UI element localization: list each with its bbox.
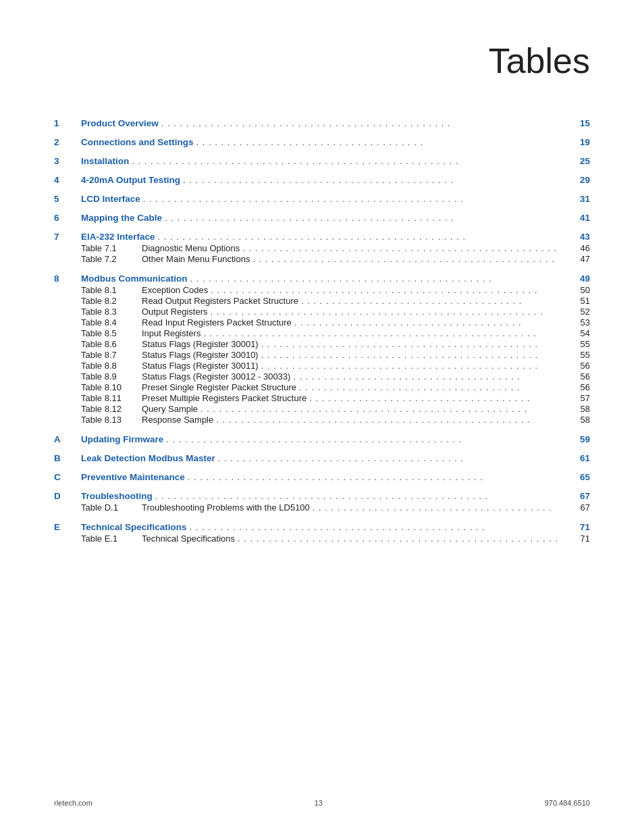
toc-entry-page: 61 (570, 453, 590, 463)
toc-entry-content: Connections and Settings . . . . . . . .… (81, 134, 590, 151)
toc-entry-title: 4-20mA Output Testing (81, 175, 180, 185)
toc-sub-label: Table 8.9 (81, 371, 142, 382)
toc-dots: . . . . . . . . . . . . . . . . . . . . … (190, 273, 568, 284)
footer-right: 970.484.6510 (545, 799, 590, 807)
toc-main-line: Connections and Settings . . . . . . . .… (81, 137, 590, 147)
toc-sub-dots: . . . . . . . . . . . . . . . . . . . . … (211, 307, 567, 317)
toc-sub-dots: . . . . . . . . . . . . . . . . . . . . … (252, 254, 567, 264)
toc-entry-page: 15 (570, 118, 590, 128)
toc-entry-title: Leak Detection Modbus Master (81, 453, 215, 463)
toc-sub-title: Input Registers (142, 328, 200, 338)
toc-entry: ETechnical Specifications . . . . . . . … (54, 519, 590, 548)
toc-sub-page: 58 (570, 404, 590, 414)
toc-sub-label: Table 8.5 (81, 328, 142, 338)
toc-entry-number: A (54, 431, 81, 448)
toc-sub-page: 50 (570, 285, 590, 295)
footer: rletech.com 13 970.484.6510 (54, 799, 590, 807)
toc-dots: . . . . . . . . . . . . . . . . . . . . … (166, 434, 567, 444)
toc-sub-dots: . . . . . . . . . . . . . . . . . . . . … (211, 285, 567, 295)
toc-entry: CPreventive Maintenance . . . . . . . . … (54, 469, 590, 486)
toc-entry-number: 3 (54, 153, 81, 170)
toc-sub-page: 56 (570, 371, 590, 382)
toc-entry: BLeak Detection Modbus Master . . . . . … (54, 450, 590, 467)
toc-entry-number: 5 (54, 190, 81, 207)
toc-entry: 1Product Overview . . . . . . . . . . . … (54, 115, 590, 132)
toc-sub-entry: Table 7.2Other Main Menu Functions . . .… (81, 254, 590, 264)
toc-sub-page: 55 (570, 350, 590, 360)
toc-sub-page: 47 (570, 254, 590, 264)
toc-entry-content: EIA-232 Interface . . . . . . . . . . . … (81, 228, 590, 268)
toc-dots: . . . . . . . . . . . . . . . . . . . . … (165, 213, 567, 223)
toc-entry: 8Modbus Communication . . . . . . . . . … (54, 270, 590, 429)
toc-entry-content: Modbus Communication . . . . . . . . . .… (81, 270, 590, 429)
toc-sub-dots: . . . . . . . . . . . . . . . . . . . . … (200, 404, 567, 414)
toc-entry-page: 19 (570, 137, 590, 147)
toc-entry-title: Product Overview (81, 118, 159, 128)
toc-entry: 6Mapping the Cable . . . . . . . . . . .… (54, 209, 590, 226)
toc-entry-title: Updating Firmware (81, 434, 163, 444)
toc-table: 1Product Overview . . . . . . . . . . . … (54, 115, 590, 550)
toc-sub-title: Exception Codes (142, 285, 208, 295)
toc-spacer (54, 548, 590, 550)
toc-sub-title: Status Flags (Register 30010) (142, 350, 259, 360)
toc-sub-entry: Table 8.3Output Registers . . . . . . . … (81, 307, 590, 317)
toc-sub-entry: Table 8.12Query Sample . . . . . . . . .… (81, 404, 590, 414)
toc-dots: . . . . . . . . . . . . . . . . . . . . … (158, 232, 567, 242)
toc-entry-number: 8 (54, 270, 81, 429)
toc-main-line: Modbus Communication . . . . . . . . . .… (81, 273, 590, 284)
toc-sub-page: 67 (570, 502, 590, 513)
toc-sub-dots: . . . . . . . . . . . . . . . . . . . . … (313, 502, 567, 513)
toc-sub-page: 51 (570, 296, 590, 306)
toc-entry-number: 1 (54, 115, 81, 132)
toc-sub-entry: Table 8.8Status Flags (Register 30011) .… (81, 361, 590, 371)
toc-entry-number: C (54, 469, 81, 486)
toc-entry-number: 2 (54, 134, 81, 151)
toc-sub-title: Response Sample (142, 415, 213, 425)
toc-sub-dots: . . . . . . . . . . . . . . . . . . . . … (216, 415, 567, 425)
toc-entry-page: 31 (570, 194, 590, 204)
toc-sub-title: Status Flags (Register 30011) (142, 361, 259, 371)
toc-sub-dots: . . . . . . . . . . . . . . . . . . . . … (242, 243, 567, 253)
toc-sub-label: Table 7.1 (81, 243, 142, 253)
toc-sub-label: Table E.1 (81, 533, 142, 544)
toc-sub-entry: Table 8.10Preset Single Register Packet … (81, 382, 590, 392)
toc-sub-dots: . . . . . . . . . . . . . . . . . . . . … (261, 361, 567, 371)
toc-sub-label: Table 8.11 (81, 393, 142, 403)
toc-sub-page: 52 (570, 307, 590, 317)
toc-entry-title: Technical Specifications (81, 522, 187, 532)
toc-sub-label: Table 8.7 (81, 350, 142, 360)
toc-sub-entry: Table 8.2Read Output Registers Packet St… (81, 296, 590, 306)
toc-sub-label: Table 8.6 (81, 339, 142, 349)
toc-entry: 3Installation . . . . . . . . . . . . . … (54, 153, 590, 170)
toc-sub-label: Table 8.1 (81, 285, 142, 295)
toc-entry-content: Updating Firmware . . . . . . . . . . . … (81, 431, 590, 448)
toc-entry: 7EIA-232 Interface . . . . . . . . . . .… (54, 228, 590, 268)
page-title: Tables (54, 41, 590, 81)
toc-sub-dots: . . . . . . . . . . . . . . . . . . . . … (293, 371, 567, 382)
toc-sub-entries: Table 7.1Diagnostic Menu Options . . . .… (81, 243, 590, 264)
toc-sub-entry: Table 7.1Diagnostic Menu Options . . . .… (81, 243, 590, 253)
toc-main-line: Product Overview . . . . . . . . . . . .… (81, 118, 590, 128)
toc-sub-entry: Table 8.13Response Sample . . . . . . . … (81, 415, 590, 425)
toc-entry-page: 59 (570, 434, 590, 444)
toc-main-line: EIA-232 Interface . . . . . . . . . . . … (81, 232, 590, 242)
toc-main-line: Technical Specifications . . . . . . . .… (81, 522, 590, 532)
toc-entry-page: 67 (570, 491, 590, 501)
toc-sub-dots: . . . . . . . . . . . . . . . . . . . . … (261, 350, 567, 360)
toc-main-line: Installation . . . . . . . . . . . . . .… (81, 156, 590, 166)
toc-sub-title: Technical Specifications (142, 533, 235, 544)
toc-dots: . . . . . . . . . . . . . . . . . . . . … (143, 194, 567, 204)
toc-entry-number: 7 (54, 228, 81, 268)
toc-entry-page: 41 (570, 213, 590, 223)
toc-sub-entry: Table 8.5Input Registers . . . . . . . .… (81, 328, 590, 338)
toc-entry-title: Troubleshooting (81, 491, 153, 501)
toc-sub-title: Query Sample (142, 404, 198, 414)
toc-sub-dots: . . . . . . . . . . . . . . . . . . . . … (261, 339, 567, 349)
toc-sub-label: Table 8.13 (81, 415, 142, 425)
footer-left: rletech.com (54, 799, 92, 807)
toc-entry: 2Connections and Settings . . . . . . . … (54, 134, 590, 151)
toc-sub-dots: . . . . . . . . . . . . . . . . . . . . … (238, 533, 567, 544)
toc-main-line: Preventive Maintenance . . . . . . . . .… (81, 472, 590, 482)
toc-entry-content: Installation . . . . . . . . . . . . . .… (81, 153, 590, 170)
toc-main-line: Troubleshooting . . . . . . . . . . . . … (81, 491, 590, 501)
